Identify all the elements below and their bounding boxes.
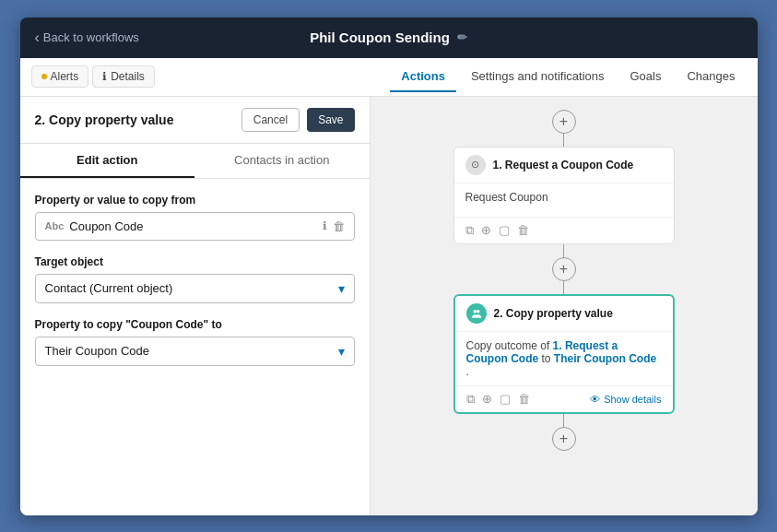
svg-point-1 (477, 309, 480, 313)
content-area: 2. Copy property value Cancel Save Edit … (20, 97, 758, 515)
delete-icon-1[interactable]: 🗑 (517, 223, 529, 237)
details-label: Details (111, 70, 145, 83)
card-2-body-prefix: Copy outcome of (466, 339, 553, 352)
delete-icon-2[interactable]: 🗑 (518, 392, 530, 406)
window-icon-2[interactable]: ▢ (500, 392, 511, 406)
add-step-top-button[interactable]: + (552, 110, 576, 134)
connector-3 (563, 281, 564, 294)
save-button[interactable]: Save (307, 108, 354, 132)
card-2-body-suffix: . (466, 365, 469, 378)
chevron-down-icon: ▾ (338, 281, 345, 296)
tab-goals[interactable]: Goals (618, 62, 672, 92)
eye-icon: 👁 (590, 394, 600, 405)
title-bar: Back to workflows Phil Coupon Sending ✏ (20, 18, 758, 58)
nav-tabs: Alerts ℹ Details Actions Settings and no… (20, 58, 758, 97)
target-object-label: Target object (35, 255, 355, 268)
source-field[interactable]: Abc Coupon Code ℹ 🗑 (35, 212, 355, 241)
panel-header: 2. Copy property value Cancel Save (20, 97, 370, 144)
alert-dot (41, 74, 47, 79)
workflow-name: Phil Coupon Sending (310, 30, 450, 45)
cancel-button[interactable]: Cancel (241, 108, 300, 132)
card-2-link-2[interactable]: Their Coupon Code (554, 352, 656, 365)
move-icon-2[interactable]: ⊕ (482, 392, 492, 406)
edit-title-icon[interactable]: ✏ (457, 30, 467, 44)
panel-title: 2. Copy property value (35, 112, 174, 127)
card-2-footer: ⧉ ⊕ ▢ 🗑 👁 Show details (455, 385, 673, 412)
app-window: Back to workflows Phil Coupon Sending ✏ … (20, 18, 758, 515)
connector-1 (563, 134, 564, 147)
copy-icon-2[interactable]: ⧉ (466, 392, 475, 407)
tab-edit-action[interactable]: Edit action (20, 144, 195, 178)
card-2-icon (466, 303, 487, 324)
inner-tabs: Edit action Contacts in action (20, 144, 370, 179)
details-pill[interactable]: ℹ Details (92, 65, 155, 88)
flow-container: + ⊙ 1. Request a Coupon Code Request Cou… (453, 106, 675, 451)
add-step-bottom-button[interactable]: + (552, 427, 576, 451)
workflow-title: Phil Coupon Sending ✏ (310, 30, 467, 45)
add-step-middle-button[interactable]: + (552, 257, 576, 281)
source-value: Coupon Code (69, 219, 316, 233)
back-to-workflows-link[interactable]: Back to workflows (35, 30, 139, 46)
target-object-group: Target object Contact (Current object) ▾ (35, 255, 355, 303)
tab-changes[interactable]: Changes (676, 62, 746, 92)
panel-actions: Cancel Save (241, 108, 355, 132)
source-property-group: Property or value to copy from Abc Coupo… (35, 194, 355, 241)
card-1-header: ⊙ 1. Request a Coupon Code (454, 148, 674, 183)
copy-to-value: Their Coupon Code (45, 344, 338, 358)
flow-card-1: ⊙ 1. Request a Coupon Code Request Coupo… (453, 147, 675, 244)
left-panel: 2. Copy property value Cancel Save Edit … (20, 97, 371, 515)
card-2-body: Copy outcome of 1. Request a Coupon Code… (455, 332, 673, 385)
abc-icon: Abc (45, 220, 65, 231)
source-label: Property or value to copy from (35, 194, 355, 207)
main-content: Alerts ℹ Details Actions Settings and no… (20, 58, 758, 515)
alerts-pill[interactable]: Alerts (31, 65, 89, 88)
connector-4 (563, 414, 564, 427)
copy-to-select[interactable]: Their Coupon Code ▾ (35, 337, 355, 366)
tab-contacts-in-action[interactable]: Contacts in action (194, 144, 370, 178)
connector-2 (563, 244, 564, 257)
card-2-body-middle: to (542, 352, 554, 365)
chevron-down-icon-2: ▾ (338, 344, 345, 359)
card-1-body-text: Request Coupon (465, 191, 548, 204)
card-2-header: 2. Copy property value (455, 296, 673, 332)
card-1-body: Request Coupon (454, 183, 674, 217)
window-icon-1[interactable]: ▢ (499, 223, 510, 237)
svg-point-0 (473, 309, 477, 313)
alerts-label: Alerts (51, 70, 79, 83)
details-icon: ℹ (102, 70, 107, 83)
tab-actions[interactable]: Actions (390, 62, 456, 92)
copy-icon-1[interactable]: ⧉ (465, 223, 474, 238)
target-object-select[interactable]: Contact (Current object) ▾ (35, 274, 355, 303)
info-icon[interactable]: ℹ (323, 219, 327, 232)
copy-to-group: Property to copy "Coupon Code" to Their … (35, 318, 355, 366)
target-object-value: Contact (Current object) (45, 281, 338, 295)
show-details-link[interactable]: 👁 Show details (590, 394, 661, 405)
copy-to-label: Property to copy "Coupon Code" to (35, 318, 355, 331)
tab-settings[interactable]: Settings and notifications (460, 62, 616, 92)
card-1-footer: ⧉ ⊕ ▢ 🗑 (454, 217, 674, 243)
form-area: Property or value to copy from Abc Coupo… (20, 179, 370, 381)
card-2-title: 2. Copy property value (494, 307, 613, 320)
right-panel: + ⊙ 1. Request a Coupon Code Request Cou… (371, 97, 758, 515)
flow-card-2: 2. Copy property value Copy outcome of 1… (453, 294, 675, 414)
delete-source-icon[interactable]: 🗑 (333, 219, 345, 233)
card-1-icon: ⊙ (465, 155, 486, 175)
card-1-title: 1. Request a Coupon Code (493, 159, 634, 171)
show-details-label: Show details (604, 394, 661, 405)
move-icon-1[interactable]: ⊕ (481, 223, 491, 237)
